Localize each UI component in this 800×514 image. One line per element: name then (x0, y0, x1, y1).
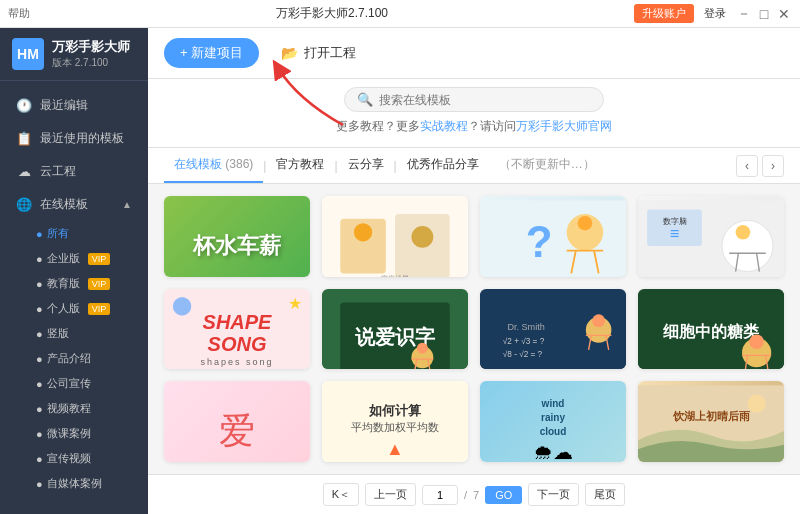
next-page-button[interactable]: 下一页 (528, 483, 579, 506)
last-page-button[interactable]: 尾页 (585, 483, 625, 506)
template-thumb-12: 饮湖上初晴后雨 (638, 381, 784, 462)
sidebar-sub-video[interactable]: ● 视频教程 (0, 396, 148, 421)
open-project-button[interactable]: 📂 打开工程 (271, 38, 366, 68)
shape-song-title: SHAPESONG (203, 311, 272, 355)
search-icon: 🔍 (357, 92, 373, 107)
template-thumb-10: 如何计算 平均数加权平均数 ▲ (322, 381, 468, 462)
sidebar-sub-selfmedia[interactable]: ● 自媒体案例 (0, 471, 148, 496)
sidebar-item-recent-template[interactable]: 📋 最近使用的模板 (0, 122, 148, 155)
sidebar-sub-label-video: 视频教程 (47, 401, 91, 416)
tab-official[interactable]: 官方教程 (266, 148, 334, 183)
math-illustration: Dr. Smith √2 + √3 = ? √8 - √2 = ? (480, 289, 626, 370)
sidebar-sub-education[interactable]: ● 教育版 VIP (0, 271, 148, 296)
svg-text:Dr. Smith: Dr. Smith (507, 322, 544, 332)
sidebar-sub-label-enterprise: 企业版 (47, 251, 80, 266)
template-grid: 杯水车薪 成语故事《杯水车薪》 宴席场景 饭局上的七大规矩 (148, 184, 800, 474)
tab-best-works[interactable]: 优秀作品分享 (397, 148, 489, 183)
calc-content: 如何计算 平均数加权平均数 ▲ (322, 381, 468, 462)
search-input[interactable] (379, 93, 591, 107)
landscape-illustration: 饮湖上初晴后雨 (638, 381, 784, 462)
template-card-10[interactable]: 如何计算 平均数加权平均数 ▲ (322, 381, 468, 462)
template-card-2[interactable]: 宴席场景 饭局上的七大规矩 (322, 196, 468, 277)
sidebar-sub-free[interactable]: ● 竖版 (0, 321, 148, 346)
bullet-selfmedia: ● (36, 478, 43, 490)
sidebar-sub-product[interactable]: ● 产品介绍 (0, 346, 148, 371)
template-thumb-1: 杯水车薪 (164, 196, 310, 277)
login-button[interactable]: 登录 (698, 4, 732, 23)
sidebar-sub-all[interactable]: ● 所有 (0, 221, 148, 246)
bullet-product: ● (36, 353, 43, 365)
window-title: 万彩手影大师2.7.100 (276, 5, 388, 22)
reverse-thinking-illustration: 数字脑 ≡ (638, 196, 784, 277)
vip-badge-enterprise: VIP (88, 253, 111, 265)
sidebar-menu: 🕐 最近编辑 📋 最近使用的模板 ☁ 云工程 🌐 在线模板 ▲ ● 所有 (0, 81, 148, 514)
sidebar-sub-enterprise[interactable]: ● 企业版 VIP (0, 246, 148, 271)
template-card-4[interactable]: 数字脑 ≡ 逆向思维 (638, 196, 784, 277)
bullet-micro: ● (36, 428, 43, 440)
template-thumb-11: wind rainy cloud 🌧☁ (480, 381, 626, 462)
sidebar-label-recent-edit: 最近编辑 (40, 97, 88, 114)
maximize-button[interactable]: □ (756, 6, 772, 22)
upgrade-button[interactable]: 升级账户 (634, 4, 694, 23)
template-card-7[interactable]: Dr. Smith √2 + √3 = ? √8 - √2 = ? 二次根式的加… (480, 289, 626, 370)
sidebar-sub-promo[interactable]: ● 宣传视频 (0, 446, 148, 471)
official-site-link[interactable]: 万彩手影大师官网 (516, 119, 612, 133)
title-bar: 帮助 万彩手影大师2.7.100 升级账户 登录 － □ ✕ (0, 0, 800, 28)
sidebar-sub-company[interactable]: ● 公司宣传 (0, 371, 148, 396)
close-button[interactable]: ✕ (776, 6, 792, 22)
sidebar-sub-personal[interactable]: ● 个人版 VIP (0, 296, 148, 321)
tab-next-button[interactable]: › (762, 155, 784, 177)
bullet-promo: ● (36, 453, 43, 465)
cloud-icon: ☁ (16, 164, 32, 180)
template-card-shapes-song[interactable]: ⬤ ★ ♥ ▲ SHAPESONG shapes song shapes son… (164, 289, 310, 370)
svg-point-26 (417, 342, 428, 353)
sidebar-item-recent-edit[interactable]: 🕐 最近编辑 (0, 89, 148, 122)
tab-prev-button[interactable]: ‹ (736, 155, 758, 177)
window-controls: 升级账户 登录 － □ ✕ (634, 4, 792, 23)
template-card-8[interactable]: 细胞中的糖类 细胞中的糖类 (638, 289, 784, 370)
go-button[interactable]: GO (485, 486, 522, 504)
menu-help[interactable]: 帮助 (8, 6, 30, 21)
prev-page-button[interactable]: 上一页 (365, 483, 416, 506)
template-card-9[interactable]: 爱 (164, 381, 310, 462)
toolbar-wrapper: + 新建项目 📂 打开工程 (148, 28, 800, 79)
tabs-bar: 在线模板 (386) | 官方教程 | 云分享 | 优秀作品分享 （不断更新中…… (148, 148, 800, 184)
search-hint: 更多教程？更多实战教程？请访问万彩手影大师官网 (164, 118, 784, 135)
sidebar-sub-label-micro: 微课案例 (47, 426, 91, 441)
template-card-3[interactable]: ? 怎样才算会做人呢 (480, 196, 626, 277)
page-separator: / (464, 489, 467, 501)
page-number-input[interactable] (422, 485, 458, 505)
svg-text:≡: ≡ (670, 224, 680, 242)
tab-updating: （不断更新中…） (489, 148, 605, 183)
chinese-learn-illustration: 说爱识字 (322, 289, 468, 370)
sidebar: HM 万彩手影大师 版本 2.7.100 🕐 最近编辑 📋 最近使用的模板 ☁ … (0, 28, 148, 514)
open-project-label: 打开工程 (304, 44, 356, 62)
main-content: + 新建项目 📂 打开工程 🔍 (148, 28, 800, 514)
sidebar-label-cloud: 云工程 (40, 163, 76, 180)
first-page-button[interactable]: K＜ (323, 483, 359, 506)
svg-text:√2 + √3 = ?: √2 + √3 = ? (503, 336, 545, 345)
sidebar-sub-label-promo: 宣传视频 (47, 451, 91, 466)
template-card-12[interactable]: 饮湖上初晴后雨 (638, 381, 784, 462)
tab-cloud-share[interactable]: 云分享 (338, 148, 394, 183)
search-input-wrap[interactable]: 🔍 (344, 87, 604, 112)
practice-link[interactable]: 实战教程 (420, 119, 468, 133)
template-card-11[interactable]: wind rainy cloud 🌧☁ (480, 381, 626, 462)
svg-text:?: ? (526, 217, 553, 266)
tab-online-template[interactable]: 在线模板 (386) (164, 148, 263, 183)
sidebar-sub-micro[interactable]: ● 微课案例 (0, 421, 148, 446)
bullet-enterprise: ● (36, 253, 43, 265)
new-project-button[interactable]: + 新建项目 (164, 38, 259, 68)
weather-line2: rainy (541, 412, 565, 423)
sidebar-sub-label-product: 产品介绍 (47, 351, 91, 366)
svg-rect-6 (480, 200, 626, 276)
sidebar-item-cloud[interactable]: ☁ 云工程 (0, 155, 148, 188)
template-card-1[interactable]: 杯水车薪 成语故事《杯水车薪》 (164, 196, 310, 277)
sidebar-item-online-template[interactable]: 🌐 在线模板 ▲ (0, 188, 148, 221)
minimize-button[interactable]: － (736, 6, 752, 22)
app-name: 万彩手影大师 (52, 38, 130, 56)
template-card-6[interactable]: 说爱识字 我爱识字 (322, 289, 468, 370)
tabs-left: 在线模板 (386) | 官方教程 | 云分享 | 优秀作品分享 （不断更新中…… (164, 148, 605, 183)
triangle-shape: ▲ (288, 368, 302, 370)
template-thumb-8: 细胞中的糖类 (638, 289, 784, 370)
